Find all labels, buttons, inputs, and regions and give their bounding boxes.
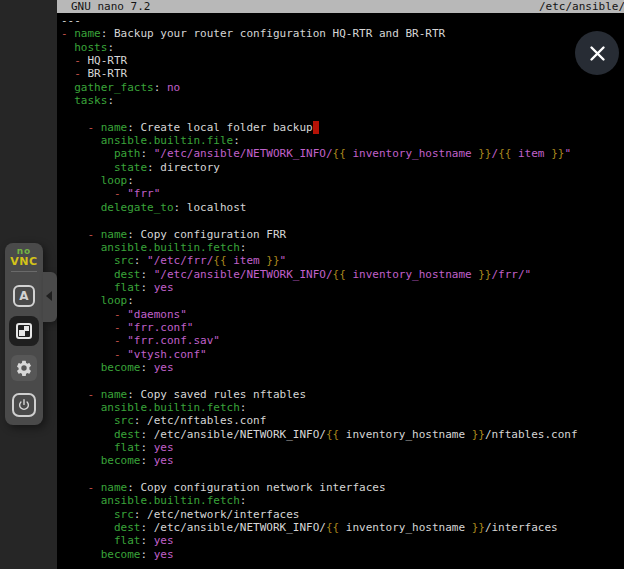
code-token: ansible.builtin.fetch [101, 401, 240, 414]
code-token [61, 161, 114, 174]
settings-button[interactable] [11, 355, 37, 381]
code-token: BR-RTR [81, 67, 127, 80]
code-token: "frr.conf.sav" [127, 334, 220, 347]
code-token: /nftables.conf [485, 428, 578, 441]
terminal-line: ansible.builtin.fetch: [61, 401, 624, 414]
code-token: : [107, 41, 114, 54]
code-token: flat [114, 441, 141, 454]
terminal-line: dest: "/etc/ansible/NETWORK_INFO/{{ inve… [61, 268, 624, 281]
power-button[interactable] [12, 393, 36, 417]
terminal-line: gather_facts: no [61, 81, 624, 94]
code-token: "/etc/ansible/NETWORK_INFO/ [154, 147, 333, 160]
code-token [61, 281, 114, 294]
terminal-line: - name: Copy saved rules nftables [61, 388, 624, 401]
code-token: delegate_to [101, 201, 174, 214]
code-token: name [101, 121, 128, 134]
code-token: {{ [213, 254, 226, 267]
code-token: dest [114, 428, 141, 441]
terminal-line: src: /etc/nftables.conf [61, 414, 624, 427]
terminal-line: tasks: [61, 94, 624, 107]
nano-titlebar: GNU nano 7.2 /etc/ansible/b [57, 0, 624, 13]
code-token: "/etc/frr/ [147, 254, 213, 267]
terminal-line: dest: /etc/ansible/NETWORK_INFO/{{ inven… [61, 428, 624, 441]
code-token: {{ [498, 147, 511, 160]
code-token: name [101, 481, 128, 494]
code-token [61, 134, 101, 147]
code-token [61, 548, 101, 561]
letter-a-icon: A [19, 289, 28, 303]
terminal-line: ansible.builtin.fetch: [61, 241, 624, 254]
code-token [61, 401, 101, 414]
code-token [94, 481, 101, 494]
code-token [61, 67, 74, 80]
terminal-line: flat: yes [61, 281, 624, 294]
text-cursor [313, 121, 320, 134]
code-token: /frr/" [492, 268, 532, 281]
code-token: ansible.builtin.fetch [101, 494, 240, 507]
code-token: " [280, 254, 287, 267]
extra-keys-button[interactable]: A [13, 285, 35, 307]
code-token: : Copy saved rules nftables [127, 388, 306, 401]
code-token: : Copy configuration network interfaces [127, 481, 385, 494]
terminal-line: ansible.builtin.file: [61, 134, 624, 147]
code-token: : [141, 361, 154, 374]
terminal-line: loop: [61, 294, 624, 307]
terminal-window[interactable]: GNU nano 7.2 /etc/ansible/b ---- name: B… [57, 0, 624, 569]
code-token: }} [472, 521, 485, 534]
terminal-line: - "frr.conf" [61, 321, 624, 334]
code-token [94, 228, 101, 241]
code-token: loop [101, 174, 128, 187]
close-button[interactable] [575, 31, 619, 75]
code-token: become [101, 548, 141, 561]
code-token: src [114, 414, 134, 427]
code-token [61, 534, 114, 547]
terminal-line: - HQ-RTR [61, 54, 624, 67]
novnc-logo: no VNC [5, 247, 43, 267]
novnc-logo-vnc: VNC [5, 256, 43, 267]
terminal-line [61, 214, 624, 227]
terminal-line: src: "/etc/frr/{{ item }}" [61, 254, 624, 267]
code-token [61, 508, 114, 521]
code-token: : [240, 241, 247, 254]
code-token: become [101, 454, 141, 467]
code-token: }} [266, 254, 279, 267]
control-bar-handle[interactable] [43, 272, 57, 322]
code-token [61, 187, 114, 200]
terminal-line: - "frr.conf.sav" [61, 334, 624, 347]
code-token [61, 321, 114, 334]
terminal-line: hosts: [61, 41, 624, 54]
code-token: : [140, 268, 153, 281]
code-token: }} [472, 428, 485, 441]
vnc-control-bar: no VNC A [5, 243, 43, 425]
code-token: item [511, 147, 551, 160]
code-token: : localhost [174, 201, 247, 214]
code-token: - [114, 187, 121, 200]
code-token: : [134, 254, 147, 267]
fullscreen-button[interactable] [9, 316, 39, 346]
code-token: : [127, 294, 134, 307]
close-icon [589, 45, 606, 62]
code-token [94, 388, 101, 401]
code-token [61, 201, 101, 214]
code-token: : /etc/ansible/NETWORK_INFO/ [140, 428, 325, 441]
code-token: name [101, 228, 128, 241]
code-token: : [240, 401, 247, 414]
code-token: item [227, 254, 267, 267]
code-token [61, 428, 114, 441]
code-token: flat [114, 534, 141, 547]
code-token: /interfaces [485, 521, 558, 534]
code-token: : [140, 534, 153, 547]
code-token: flat [114, 281, 141, 294]
code-token: }} [478, 147, 491, 160]
terminal-line: - "frr" [61, 187, 624, 200]
terminal-screen[interactable]: ---- name: Backup your router configurat… [61, 14, 624, 569]
terminal-line: become: yes [61, 454, 624, 467]
code-token [61, 521, 114, 534]
code-token: : [107, 94, 114, 107]
code-token: : directory [147, 161, 220, 174]
code-token: dest [114, 521, 141, 534]
code-token [61, 54, 74, 67]
code-token: {{ [333, 147, 346, 160]
code-token [61, 294, 101, 307]
code-token: --- [61, 14, 81, 27]
